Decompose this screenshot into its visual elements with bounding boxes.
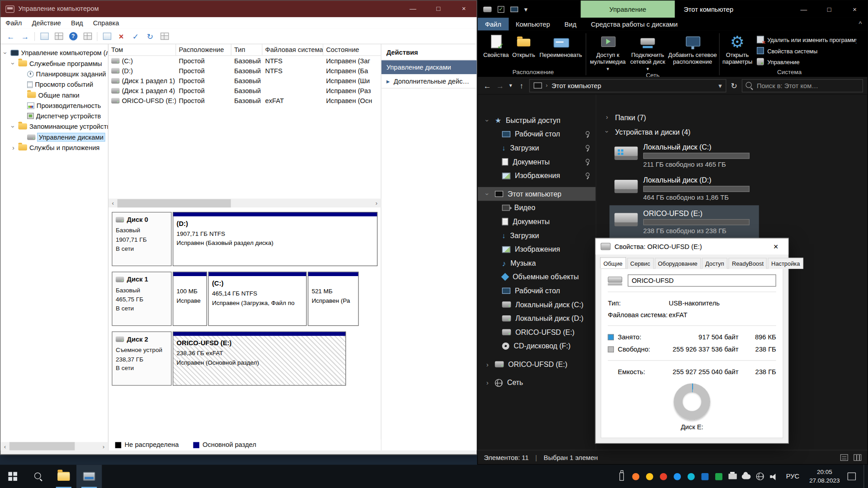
table-row[interactable]: (D:) Простой Базовый NTFS Исправен (Ба <box>108 66 381 76</box>
drive-item-e-selected[interactable]: ORICO-UFSD (E:) 238 ГБ свободно из 238 Г… <box>609 205 759 238</box>
expanded-chevron-icon[interactable] <box>484 191 491 197</box>
add-network-location-button[interactable]: Добавить сетевое расположение <box>668 32 717 72</box>
scrollbar-thumb[interactable] <box>118 199 231 207</box>
browser-orange-icon[interactable] <box>631 472 641 481</box>
tree-item-disk-management[interactable]: Управление дисками <box>0 131 108 142</box>
tab-general[interactable]: Общие <box>600 257 626 268</box>
tree-item-task-scheduler[interactable]: Планировщик заданий <box>0 69 108 79</box>
drive-item-c[interactable]: Локальный диск (C:) 211 ГБ свободно из 4… <box>609 139 759 172</box>
expanded-chevron-icon[interactable] <box>603 129 611 135</box>
nav-item-local-disk-d[interactable]: Локальный диск (D:) <box>478 311 596 325</box>
menu-file[interactable]: Файл <box>0 19 27 27</box>
tree-horizontal-scrollbar[interactable] <box>0 442 108 450</box>
system-properties-button[interactable]: Свойства системы <box>757 46 856 56</box>
nav-item-orico-ufsd-root[interactable]: ORICO-UFSD (E:) <box>478 357 596 371</box>
refresh-icon[interactable] <box>144 30 156 42</box>
drive-item-d[interactable]: Локальный диск (D:) 464 ГБ свободно из 1… <box>609 172 759 205</box>
onedrive-cloud-icon[interactable] <box>742 472 751 481</box>
properties-icon[interactable] <box>101 30 113 42</box>
view-list-icon[interactable] <box>158 30 170 42</box>
scrollbar-thumb[interactable] <box>9 442 75 450</box>
map-network-drive-button[interactable]: Подключить сетевой диск <box>628 32 668 72</box>
partition-recovery[interactable]: 521 МБ Исправен (Ра <box>308 272 359 326</box>
column-header-status[interactable]: Состояние <box>323 44 381 55</box>
messenger-blue-icon[interactable] <box>673 472 682 481</box>
menu-view[interactable]: Вид <box>66 19 88 27</box>
disk2-label-box[interactable]: Диск 2 Съемное устрой 238,37 ГБ В сети <box>112 331 171 385</box>
partition-c[interactable]: (C:) 465,14 ГБ NTFS Исправен (Загрузка, … <box>208 272 307 326</box>
explorer-minimize-button[interactable] <box>791 0 816 18</box>
column-header-filesystem[interactable]: Файловая система <box>262 44 323 55</box>
nav-item-downloads-pinned[interactable]: Загрузки <box>478 141 596 155</box>
media-access-button[interactable]: Доступ к мультимедиа <box>588 32 627 72</box>
check-icon[interactable] <box>130 30 142 42</box>
dialog-close-button[interactable] <box>764 239 788 255</box>
section-folders[interactable]: Папки (7) <box>604 110 868 125</box>
browser-red-icon[interactable] <box>659 472 668 481</box>
scroll-left-icon[interactable] <box>0 443 9 450</box>
tree-item-shared-folders[interactable]: Общие папки <box>0 89 108 100</box>
uninstall-program-button[interactable]: Удалить или изменить программу <box>757 35 856 44</box>
actions-disk-management[interactable]: Управление дисками <box>382 60 477 74</box>
column-header-layout[interactable]: Расположение <box>176 44 231 55</box>
browser-yellow-icon[interactable] <box>645 472 654 481</box>
action-center-icon[interactable] <box>847 472 856 481</box>
app-blue-square-icon[interactable] <box>700 472 710 481</box>
table-row[interactable]: (C:) Простой Базовый NTFS Исправен (Заг <box>108 56 381 66</box>
tree-item-device-manager[interactable]: Диспетчер устройств <box>0 111 108 121</box>
cm-minimize-button[interactable] <box>400 0 425 17</box>
tree-item-computer-management[interactable]: Управление компьютером (лс <box>0 47 108 58</box>
nav-back-icon[interactable] <box>482 81 492 90</box>
explorer-titlebar[interactable]: Управление Этот компьютер <box>478 0 868 18</box>
explorer-maximize-button[interactable] <box>816 0 842 18</box>
forward-icon[interactable] <box>19 30 31 42</box>
tab-customize[interactable]: Настройка <box>768 258 803 269</box>
nav-item-music[interactable]: Музыка <box>478 256 596 270</box>
partition-d[interactable]: (D:) 1907,71 ГБ NTFS Исправен (Базовый р… <box>173 212 377 266</box>
scroll-right-icon[interactable] <box>99 443 108 450</box>
volume-label-input[interactable] <box>628 274 776 286</box>
collapse-ribbon-icon[interactable] <box>859 20 862 28</box>
open-settings-button[interactable]: Открыть параметры <box>722 32 754 68</box>
actions-more-actions[interactable]: Дополнительные дейс… <box>382 74 477 89</box>
window-panel-icon[interactable] <box>38 30 50 42</box>
export-list-icon[interactable] <box>81 30 94 42</box>
cm-titlebar[interactable]: Управление компьютером <box>0 0 476 17</box>
network-globe-icon[interactable] <box>755 472 765 481</box>
thumbnails-view-icon[interactable] <box>854 454 861 461</box>
nav-item-local-disk-c[interactable]: Локальный диск (C:) <box>478 298 596 312</box>
search-box[interactable] <box>742 79 863 92</box>
section-devices-and-drives[interactable]: Устройства и диски (4) <box>604 125 868 139</box>
scroll-left-icon[interactable] <box>108 200 118 206</box>
show-desktop-button[interactable] <box>863 465 867 488</box>
nav-forward-icon[interactable] <box>495 81 505 90</box>
help-icon[interactable]: ? <box>67 30 79 42</box>
taskbar-clock[interactable]: 20:05 27.08.2023 <box>807 468 843 484</box>
taskbar-disk-management[interactable] <box>76 465 102 488</box>
nav-item-this-pc[interactable]: Этот компьютер <box>478 187 596 201</box>
search-input[interactable] <box>757 82 859 89</box>
contextual-tab-group[interactable]: Управление <box>580 0 675 18</box>
nav-item-documents-pinned[interactable]: Документы <box>478 155 596 169</box>
refresh-icon[interactable] <box>729 81 739 90</box>
language-indicator[interactable]: РУС <box>783 473 802 480</box>
nav-item-pictures-pinned[interactable]: Изображения <box>478 169 596 183</box>
taskbar-file-explorer[interactable] <box>51 465 76 488</box>
tab-view[interactable]: Вид <box>557 18 584 30</box>
nav-item-cd-drive-f[interactable]: CD-дисковод (F:) <box>478 339 596 353</box>
tab-readyboost[interactable]: ReadyBoost <box>729 258 767 269</box>
tab-computer[interactable]: Компьютер <box>509 18 557 30</box>
dialog-titlebar[interactable]: Свойства: ORICO-UFSD (E:) <box>596 239 788 255</box>
partition-orico-ufsd-selected[interactable]: ORICO-UFSD (E:) 238,36 ГБ exFAT Исправен… <box>173 331 346 385</box>
up-one-level-icon[interactable] <box>516 81 526 90</box>
app-green-square-icon[interactable] <box>714 472 723 481</box>
disk0-label-box[interactable]: Диск 0 Базовый 1907,71 ГБ В сети <box>112 212 171 266</box>
volume-list-scrollbar[interactable] <box>108 199 381 208</box>
table-row[interactable]: ORICO-UFSD (E:) Простой Базовый exFAT Ис… <box>108 96 381 106</box>
open-button[interactable]: Открыть <box>510 32 538 68</box>
qat-customize-icon[interactable] <box>524 5 528 13</box>
scroll-right-icon[interactable] <box>372 200 381 206</box>
nav-item-videos[interactable]: Видео <box>478 201 596 215</box>
table-row[interactable]: (Диск 1 раздел 1) Простой Базовый Исправ… <box>108 76 381 86</box>
collapsed-chevron-icon[interactable] <box>10 144 16 151</box>
